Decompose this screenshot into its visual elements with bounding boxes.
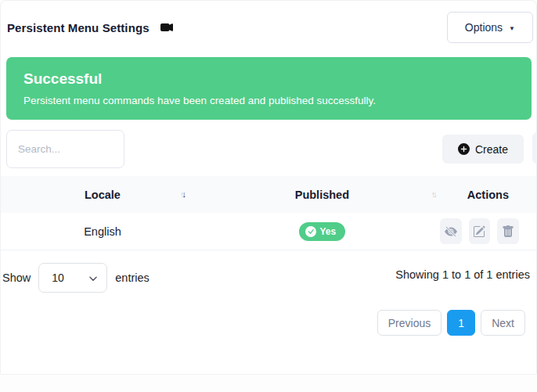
search-input[interactable] bbox=[6, 130, 124, 168]
page-1-button[interactable]: 1 bbox=[447, 310, 475, 336]
eye-slash-icon bbox=[445, 225, 457, 238]
success-alert-title: Successful bbox=[23, 70, 514, 88]
previous-page-button[interactable]: Previous bbox=[377, 310, 441, 336]
column-header-locale[interactable]: Locale ↑↓ bbox=[1, 188, 204, 202]
table-toolbar: Create bbox=[1, 120, 536, 176]
column-header-published[interactable]: Published ↑↓ bbox=[204, 188, 440, 202]
chevron-down-icon: ▼ bbox=[509, 25, 515, 32]
show-label: Show bbox=[2, 272, 31, 284]
table-footer: Show 10 entries Showing 1 to 1 of 1 entr… bbox=[1, 250, 536, 293]
create-button[interactable]: Create bbox=[442, 135, 524, 164]
page-size-select-wrap: 10 bbox=[38, 263, 107, 293]
cell-locale: English bbox=[1, 225, 204, 239]
cutoff-element-edge bbox=[532, 132, 537, 164]
create-button-label: Create bbox=[475, 143, 508, 156]
show-entries-control: Show 10 entries bbox=[2, 263, 150, 293]
pagination: Previous 1 Next bbox=[1, 293, 536, 336]
column-header-actions-label: Actions bbox=[467, 189, 509, 201]
row-actions bbox=[440, 218, 536, 244]
showing-entries-summary: Showing 1 to 1 of 1 entries bbox=[395, 263, 532, 281]
next-page-button[interactable]: Next bbox=[481, 310, 525, 336]
title-wrap: Persistent Menu Settings bbox=[7, 21, 176, 34]
cell-published: Yes bbox=[204, 222, 440, 241]
page-title: Persistent Menu Settings bbox=[7, 21, 150, 34]
trash-icon bbox=[502, 225, 514, 238]
delete-button[interactable] bbox=[497, 218, 519, 244]
locale-value: English bbox=[84, 225, 121, 238]
edit-button[interactable] bbox=[469, 218, 491, 244]
cell-actions bbox=[440, 218, 536, 244]
page-size-select[interactable]: 10 bbox=[38, 263, 107, 293]
sort-icon-locale[interactable]: ↑↓ bbox=[180, 189, 184, 199]
published-badge-label: Yes bbox=[320, 226, 337, 237]
edit-pencil-icon bbox=[473, 225, 485, 238]
hide-button[interactable] bbox=[440, 218, 462, 244]
table-row: English Yes bbox=[1, 213, 536, 250]
success-alert: Successful Persistent menu commands have… bbox=[6, 57, 532, 120]
options-button[interactable]: Options ▼ bbox=[447, 12, 533, 43]
sort-icon-published[interactable]: ↑↓ bbox=[431, 189, 435, 199]
card-header: Persistent Menu Settings Options ▼ bbox=[1, 1, 536, 51]
column-header-locale-label: Locale bbox=[85, 189, 121, 201]
success-alert-message: Persistent menu commands have been creat… bbox=[23, 95, 514, 106]
toolbar-right: Create bbox=[442, 135, 524, 164]
persistent-menu-settings-card: Persistent Menu Settings Options ▼ Succe… bbox=[0, 0, 537, 375]
plus-circle-icon bbox=[458, 143, 470, 155]
column-header-actions: Actions bbox=[440, 188, 536, 202]
column-header-published-label: Published bbox=[295, 189, 349, 201]
published-status-badge: Yes bbox=[299, 222, 346, 241]
entries-label: entries bbox=[115, 272, 150, 284]
check-circle-icon bbox=[305, 226, 316, 237]
video-camera-icon bbox=[160, 21, 176, 34]
table-header-row: Locale ↑↓ Published ↑↓ Actions bbox=[1, 176, 536, 213]
options-button-label: Options bbox=[465, 21, 503, 34]
